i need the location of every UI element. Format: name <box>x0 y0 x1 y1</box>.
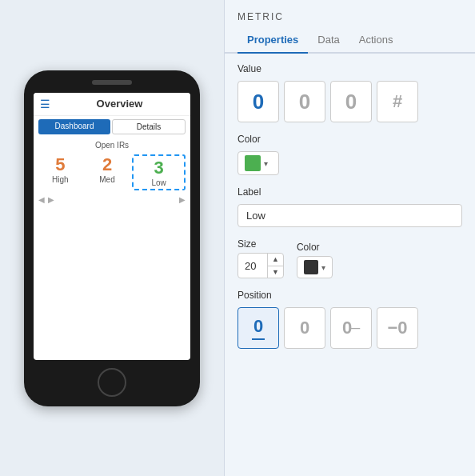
size-color-swatch <box>304 260 318 274</box>
size-color-label: Color <box>297 242 333 253</box>
position-suffix-2: — <box>350 322 360 334</box>
phone-device: ☰ Overview Dashboard Details Open IRs 5 … <box>24 70 200 406</box>
panel-content: Value 0 0 0 # Color ▾ Label Size 20 <box>225 54 475 476</box>
size-label: Size <box>238 238 284 250</box>
size-subsection: Size 20 ▲ ▼ <box>238 238 284 278</box>
panel-title: METRIC <box>225 0 475 22</box>
position-value-0: 0 <box>253 316 263 337</box>
color-swatch <box>245 155 261 171</box>
value-section-label: Value <box>238 63 462 74</box>
position-boxes: 0 0 0 — − 0 <box>238 307 462 349</box>
position-box-1[interactable]: 0 <box>284 307 325 349</box>
chevron-down-icon: ▾ <box>264 159 268 168</box>
tab-data[interactable]: Data <box>308 27 349 54</box>
value-box-2[interactable]: 0 <box>330 81 372 122</box>
metric-med-label: Med <box>99 175 114 184</box>
value-box-3[interactable]: # <box>377 81 418 122</box>
position-value-3b: 0 <box>397 318 407 338</box>
phone-mockup-container: ☰ Overview Dashboard Details Open IRs 5 … <box>0 0 224 476</box>
scroll-indicator: ◀ ▶ ▶ <box>34 194 190 206</box>
position-label: Position <box>238 290 462 301</box>
metric-med-value: 2 <box>102 154 112 175</box>
position-value-3: − <box>387 318 397 338</box>
scroll-right-icon[interactable]: ▶ <box>48 195 54 204</box>
size-up-arrow[interactable]: ▲ <box>268 254 283 266</box>
metric-high[interactable]: 5 High <box>38 154 82 184</box>
position-box-3[interactable]: − 0 <box>377 307 418 349</box>
position-value-1: 0 <box>300 318 309 338</box>
size-color-picker[interactable]: ▾ <box>297 256 333 278</box>
hamburger-icon[interactable]: ☰ <box>40 98 50 110</box>
metric-low[interactable]: 3 Low <box>132 154 186 190</box>
tab-properties[interactable]: Properties <box>238 27 308 54</box>
scroll-left-icon[interactable]: ◀ <box>38 195 45 204</box>
phone-tab-dashboard[interactable]: Dashboard <box>38 119 110 134</box>
phone-tab-details[interactable]: Details <box>112 119 186 134</box>
size-down-arrow[interactable]: ▼ <box>268 266 283 278</box>
metric-low-label: Low <box>152 178 166 187</box>
label-section: Label <box>238 186 462 227</box>
metric-low-value: 3 <box>154 158 164 178</box>
size-arrows: ▲ ▼ <box>267 254 283 278</box>
size-color-subsection: Color ▾ <box>297 242 333 278</box>
panel-tabs: Properties Data Actions <box>225 27 475 54</box>
position-section: Position 0 0 0 — − 0 <box>238 290 462 349</box>
phone-home-button[interactable] <box>98 368 126 397</box>
tab-actions[interactable]: Actions <box>349 27 403 54</box>
metric-high-value: 5 <box>55 154 65 175</box>
open-irs-label: Open IRs <box>34 138 190 151</box>
phone-speaker <box>92 80 132 85</box>
value-boxes: 0 0 0 # <box>238 81 462 122</box>
size-input-row: 20 ▲ ▼ <box>238 253 284 278</box>
color-section: Color ▾ <box>238 134 462 175</box>
metric-high-label: High <box>52 175 69 184</box>
scroll-right-icon-2[interactable]: ▶ <box>179 195 186 204</box>
value-box-1[interactable]: 0 <box>284 81 325 122</box>
position-box-2[interactable]: 0 — <box>330 307 372 349</box>
color-picker-button[interactable]: ▾ <box>238 151 279 175</box>
color-section-label: Color <box>238 134 462 145</box>
size-value[interactable]: 20 <box>238 257 267 275</box>
value-box-0[interactable]: 0 <box>238 81 279 122</box>
screen-title: Overview <box>55 98 184 110</box>
phone-screen: ☰ Overview Dashboard Details Open IRs 5 … <box>34 93 190 360</box>
metric-med[interactable]: 2 Med <box>86 154 130 184</box>
properties-panel: METRIC Properties Data Actions Value 0 0… <box>224 0 475 476</box>
position-box-0[interactable]: 0 <box>238 307 279 349</box>
phone-tab-bar: Dashboard Details <box>34 116 190 138</box>
label-section-label: Label <box>238 186 462 198</box>
size-color-chevron-icon: ▾ <box>321 263 325 272</box>
screen-header: ☰ Overview <box>34 93 190 116</box>
label-input[interactable] <box>238 204 462 227</box>
position-underline <box>252 338 265 340</box>
metrics-row: 5 High 2 Med 3 Low <box>34 151 190 194</box>
size-color-row: Size 20 ▲ ▼ Color ▾ <box>238 238 462 278</box>
